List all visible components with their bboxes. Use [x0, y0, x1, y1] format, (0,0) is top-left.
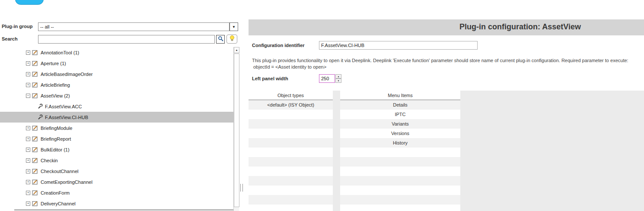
lightbulb-icon [229, 35, 235, 43]
tree-item-label: AssetView (2) [41, 93, 70, 98]
menu-items-empty-row [340, 167, 460, 176]
menu-items-empty-row [340, 205, 460, 211]
object-types-row[interactable]: <default> (ISY Object) [249, 100, 333, 110]
plugin-icon [32, 93, 38, 98]
object-types-header: Object types [249, 91, 333, 100]
expand-icon[interactable]: + [26, 158, 30, 163]
plugin-group-label: Plug-in group [2, 24, 32, 29]
left-panel-width-spinner: ▲ ▼ [335, 74, 341, 83]
menu-items-header: Menu Items [340, 91, 460, 100]
expand-icon[interactable]: + [26, 72, 30, 76]
menu-items-empty-row [340, 195, 460, 205]
left-panel-width-input[interactable] [319, 74, 335, 83]
plugin-icon [32, 168, 38, 174]
plugin-icon [32, 179, 38, 185]
object-types-empty-row [249, 110, 333, 119]
tree-item-assetview-acc[interactable]: F.AssetView.ACC [0, 101, 233, 112]
tree-item-assetview[interactable]: − AssetView (2) [0, 90, 233, 101]
tree-item-briefingreport[interactable]: + BriefingReport [0, 133, 233, 144]
plugin-icon [32, 136, 38, 142]
tree-item-label: BriefingModule [41, 126, 72, 131]
tree-item-cometexportingchannel[interactable]: + CometExportingChannel [0, 176, 233, 187]
plugin-description: This plug-in provides functionality to o… [252, 57, 639, 70]
plugin-group-select[interactable]: -- all -- [38, 22, 230, 31]
expand-icon[interactable]: + [26, 61, 30, 66]
expand-icon[interactable]: + [26, 202, 30, 206]
object-types-empty-row [249, 119, 333, 129]
panel-splitter-handle[interactable] [240, 184, 243, 192]
tree-item-deliverychannel[interactable]: + DeliveryChannel [0, 198, 233, 209]
tree-item-assetview-ci-hub[interactable]: F.AssetView.CI-HUB [0, 112, 233, 123]
plugin-group-selected-value: -- all -- [40, 24, 54, 29]
tables-section: Object types <default> (ISY Object) Menu… [249, 91, 644, 211]
plugin-group-dropdown-button[interactable]: ▼ [230, 22, 238, 31]
tree-item-briefingmodule[interactable]: + BriefingModule [0, 123, 233, 133]
tree-item-label: CreationForm [41, 190, 70, 195]
search-label: Search [2, 36, 18, 41]
object-types-empty-row [249, 138, 333, 148]
top-pill-button[interactable] [15, 0, 44, 5]
tree-item-label: DeliveryChannel [41, 201, 76, 206]
tree-scrollbar[interactable]: ▲ [233, 47, 239, 211]
left-panel-width-label: Left panel width [252, 76, 288, 81]
menu-items-empty-row [340, 176, 460, 186]
tree-item-aperture[interactable]: + Aperture (1) [0, 58, 233, 69]
plugin-icon [32, 157, 38, 163]
spinner-down-button[interactable]: ▼ [335, 79, 341, 83]
tree-item-label: ArticleBasedImageOrder [41, 72, 92, 77]
tree-item-checkoutchannel[interactable]: + CheckoutChannel [0, 166, 233, 176]
spinner-up-button[interactable]: ▲ [335, 74, 341, 79]
scroll-up-icon: ▲ [236, 49, 238, 51]
object-types-empty-row [249, 157, 333, 167]
object-types-empty-row [249, 129, 333, 138]
tree-item-label: BriefingReport [41, 136, 71, 142]
description-line-1: This plug-in provides functionality to o… [252, 57, 639, 64]
tree-item-creationform[interactable]: + CreationForm [0, 187, 233, 198]
menu-items-row[interactable]: History [340, 138, 460, 148]
wrench-icon [37, 114, 43, 120]
collapse-icon[interactable]: − [26, 94, 30, 98]
object-types-empty-row [249, 195, 333, 205]
menu-items-row[interactable]: Variants [340, 119, 460, 129]
tree-item-label: Checkin [41, 158, 58, 163]
tree-item-articlebriefing[interactable]: + ArticleBriefing [0, 79, 233, 90]
menu-items-row[interactable]: Versions [340, 129, 460, 138]
tree-item-label: ArticleBriefing [41, 82, 70, 88]
scrollbar-thumb[interactable] [234, 54, 239, 207]
expand-icon[interactable]: + [26, 126, 30, 130]
tree-item-label: CometExportingChannel [41, 180, 92, 185]
spinner-down-icon: ▼ [338, 80, 340, 82]
menu-items-empty-row [340, 148, 460, 157]
plugin-icon [32, 125, 38, 131]
tree-item-checkin[interactable]: + Checkin [0, 155, 233, 166]
object-types-empty-row [249, 186, 333, 195]
configuration-identifier-label: Configuration identifier [252, 43, 305, 48]
expand-icon[interactable]: + [26, 191, 30, 195]
app-window: Plug-in group -- all -- ▼ Search + Annot… [0, 0, 644, 211]
menu-items-row[interactable]: Details [340, 100, 460, 110]
menu-items-row[interactable]: IPTC [340, 110, 460, 119]
expand-icon[interactable]: + [26, 148, 30, 152]
tree-item-label: AnnotationTool (1) [41, 50, 79, 55]
tree-bottom-border [14, 210, 239, 210]
object-types-empty-row [249, 176, 333, 186]
expand-icon[interactable]: + [26, 137, 30, 141]
expand-icon[interactable]: + [26, 180, 30, 184]
expand-icon[interactable]: + [26, 169, 30, 173]
expand-icon[interactable]: + [26, 50, 30, 55]
configuration-header: Plug-in configuration: AssetView [249, 19, 644, 35]
tree-item-articlebasedimageorder[interactable]: + ArticleBasedImageOrder [0, 69, 233, 79]
search-input[interactable] [38, 35, 215, 44]
scroll-up-button[interactable]: ▲ [234, 47, 239, 53]
search-button[interactable] [216, 35, 225, 44]
configuration-identifier-input[interactable] [319, 41, 478, 50]
description-line-2: objectId = <Asset identity to open> [252, 64, 639, 70]
object-types-empty-row [249, 167, 333, 176]
search-icon [218, 35, 223, 43]
hint-button[interactable] [226, 35, 237, 44]
spinner-up-icon: ▲ [338, 76, 340, 78]
tree-item-bulkeditor[interactable]: + BulkEditor (1) [0, 144, 233, 155]
expand-icon[interactable]: + [26, 83, 30, 87]
tree-item-annotationtool[interactable]: + AnnotationTool (1) [0, 47, 233, 58]
tree-item-label: BulkEditor (1) [41, 147, 70, 152]
